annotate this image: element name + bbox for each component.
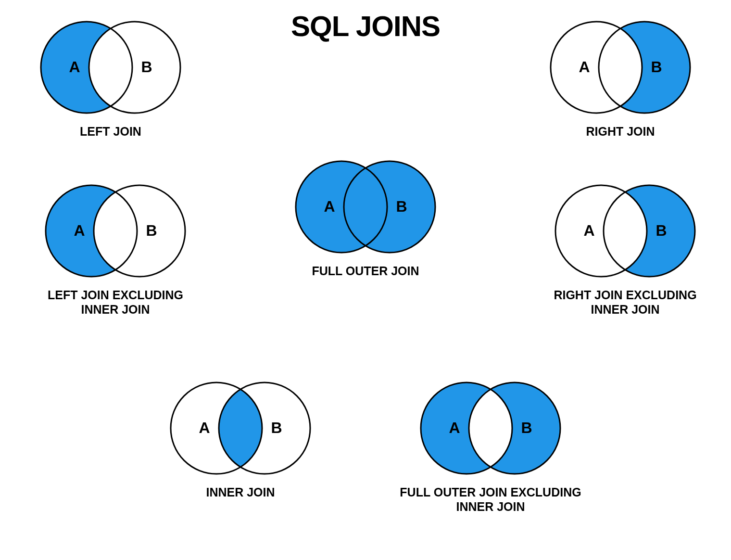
venn-right-excluding: A B RIGHT JOIN EXCLUDING INNER JOIN xyxy=(543,183,707,317)
label-b: B xyxy=(396,198,407,215)
label-b: B xyxy=(141,58,152,76)
venn-full-outer-join-label: FULL OUTER JOIN xyxy=(312,264,419,278)
venn-full-outer-join-svg: A B xyxy=(289,159,442,255)
venn-right-join-label: RIGHT JOIN xyxy=(586,124,655,139)
venn-inner-join-svg: A B xyxy=(164,380,317,476)
venn-inner-join: A B INNER JOIN xyxy=(164,380,317,499)
label-a: A xyxy=(199,419,210,436)
label-a: A xyxy=(449,419,460,436)
label-b: B xyxy=(521,419,532,436)
venn-right-join: A B RIGHT JOIN xyxy=(543,19,697,139)
label-b: B xyxy=(651,58,662,76)
venn-inner-join-label: INNER JOIN xyxy=(206,485,275,499)
label-b: B xyxy=(655,222,667,239)
page-title: SQL JOINS xyxy=(291,10,440,43)
venn-left-excluding: A B LEFT JOIN EXCLUDING INNER JOIN xyxy=(34,183,197,317)
venn-full-outer-join: A B FULL OUTER JOIN xyxy=(289,159,442,278)
label-a: A xyxy=(69,58,80,76)
venn-right-join-svg: A B xyxy=(543,19,697,115)
venn-right-excluding-svg: A B xyxy=(548,183,702,279)
venn-full-outer-excluding-label: FULL OUTER JOIN EXCLUDING INNER JOIN xyxy=(394,485,587,514)
venn-full-outer-excluding: A B FULL OUTER JOIN EXCLUDING INNER JOIN xyxy=(394,380,587,514)
venn-left-join-label: LEFT JOIN xyxy=(80,124,141,139)
venn-left-excluding-svg: A B xyxy=(38,183,192,279)
venn-left-join-svg: A B xyxy=(34,19,188,115)
label-a: A xyxy=(324,198,335,215)
venn-left-excluding-label: LEFT JOIN EXCLUDING INNER JOIN xyxy=(34,288,197,317)
label-b: B xyxy=(271,419,282,436)
venn-full-outer-excluding-svg: A B xyxy=(414,380,567,476)
label-a: A xyxy=(74,222,85,239)
label-a: A xyxy=(579,58,590,76)
label-b: B xyxy=(146,222,157,239)
label-a: A xyxy=(583,222,594,239)
venn-left-join: A B LEFT JOIN xyxy=(34,19,188,139)
venn-right-excluding-label: RIGHT JOIN EXCLUDING INNER JOIN xyxy=(543,288,707,317)
